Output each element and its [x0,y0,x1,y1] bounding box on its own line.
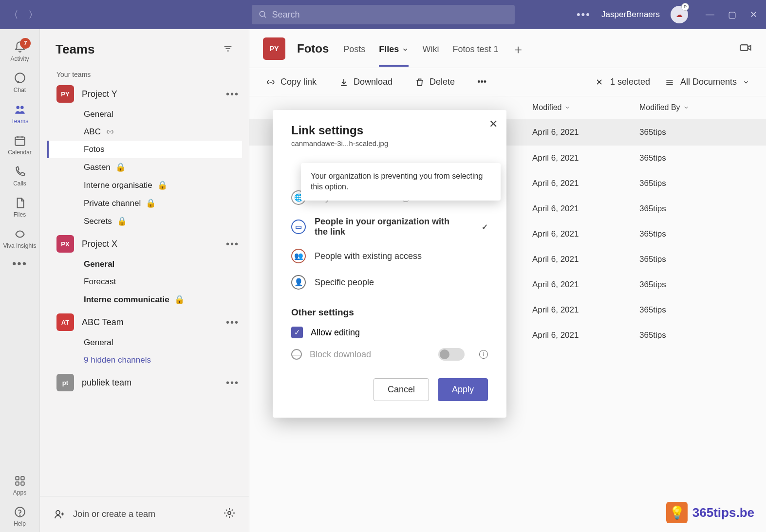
col-modified[interactable]: Modified [532,103,639,112]
tab-posts[interactable]: Posts [343,30,365,67]
other-settings-heading: Other settings [273,295,506,322]
clear-selection-button[interactable]: ✕ 1 selected [596,77,650,88]
team-name: Project X [82,239,218,249]
rail-more-button[interactable]: ••• [12,254,27,279]
copy-link-button[interactable]: Copy link [266,77,317,87]
channel-label: Interne organisatie [84,181,152,190]
channel-label: Forecast [84,277,116,287]
block-download-toggle [438,348,465,361]
channel-general[interactable]: General [47,106,242,123]
forward-button[interactable]: 〉 [28,8,38,21]
option-label: Specific people [315,277,374,288]
channel-gasten[interactable]: Gasten🔒 [47,158,242,176]
download-button[interactable]: Download [339,77,392,87]
cancel-button[interactable]: Cancel [374,378,429,401]
channel-general-at[interactable]: General [47,334,242,351]
col-modified-by[interactable]: Modified By [639,103,747,112]
option-specific-people[interactable]: 👤 Specific people [273,269,506,295]
file-modified-by: 365tips [639,280,747,290]
add-tab-button[interactable]: ＋ [512,30,524,67]
view-selector[interactable]: All Documents [665,77,749,87]
svg-point-4 [20,106,24,109]
minimize-button[interactable]: — [706,9,714,20]
team-more-button[interactable]: ••• [226,89,239,100]
team-abc[interactable]: AT ABC Team ••• [47,309,242,334]
hidden-channels-link[interactable]: 9 hidden channels [47,351,242,369]
sidebar-footer: Join or create a team [40,496,249,532]
rail-label: Help [14,520,26,527]
channel-fotos[interactable]: Fotos [47,141,242,158]
titlebar-more-button[interactable]: ••• [577,8,591,21]
info-icon[interactable]: i [479,350,488,359]
close-window-button[interactable]: ✕ [750,9,757,20]
tab-files[interactable]: Files [379,30,409,67]
channel-private[interactable]: Private channel🔒 [47,194,242,212]
activity-badge: 7 [20,38,31,49]
team-name: Project Y [82,89,218,99]
team-project-x[interactable]: PX Project X ••• [47,230,242,256]
avatar[interactable]: ☁ P [671,6,688,23]
rail-apps[interactable]: Apps [0,470,39,501]
svg-rect-11 [16,482,19,485]
team-tile: AT [56,313,74,331]
option-existing-access[interactable]: 👥 People with existing access [273,243,506,269]
channel-abc[interactable]: ABC [47,123,242,141]
channel-general-x[interactable]: General [47,256,242,273]
file-modified: April 6, 2021 [532,128,639,137]
team-name: ABC Team [82,317,218,328]
rail-help[interactable]: Help [0,501,39,532]
channel-secrets[interactable]: Secrets🔒 [47,212,242,230]
tab-label: Wiki [422,44,439,55]
toolbar-more-button[interactable]: ••• [477,77,486,87]
dialog-close-button[interactable]: ✕ [489,118,498,130]
team-more-button[interactable]: ••• [226,377,239,388]
btn-label: Delete [430,77,455,87]
gear-icon [224,507,235,519]
maximize-button[interactable]: ▢ [728,9,736,20]
rail-label: Activity [10,55,29,62]
settings-button[interactable] [224,507,235,521]
tooltip: Your organization is preventing you from… [301,163,501,201]
checkbox-checked-icon[interactable]: ✓ [291,327,303,338]
channel-forecast[interactable]: Forecast [47,273,242,291]
rail-viva[interactable]: Viva Insights [0,223,39,254]
filter-button[interactable] [223,43,233,56]
tab-wiki[interactable]: Wiki [422,30,439,67]
team-more-button[interactable]: ••• [226,238,239,250]
rail-calls[interactable]: Calls [0,161,39,192]
channel-interne-org[interactable]: Interne organisatie🔒 [47,176,242,194]
search-input[interactable]: Search [252,5,515,24]
sidebar-title: Teams [56,42,94,57]
col-label: Modified [532,103,561,112]
rail-calendar[interactable]: Calendar [0,129,39,161]
delete-button[interactable]: Delete [415,77,455,87]
rail-activity[interactable]: 7 Activity [0,36,39,67]
apply-button[interactable]: Apply [438,378,488,401]
tab-fotos-test[interactable]: Fotos test 1 [452,30,498,67]
btn-label: Copy link [280,77,317,87]
join-icon [54,509,65,520]
file-modified: April 6, 2021 [532,204,639,214]
teams-sidebar: Teams Your teams PY Project Y ••• Genera… [40,29,249,532]
file-modified: April 6, 2021 [532,255,639,264]
people-icon: 👥 [291,249,306,263]
lock-icon: 🔒 [157,180,168,190]
rail-teams[interactable]: Teams [0,98,39,129]
file-modified: April 6, 2021 [532,305,639,315]
rail-chat[interactable]: Chat [0,67,39,98]
chevron-down-icon [564,105,570,110]
team-more-button[interactable]: ••• [226,317,239,328]
team-publiek[interactable]: pt publiek team ••• [47,369,242,394]
tab-label: Fotos test 1 [452,44,498,55]
team-project-y[interactable]: PY Project Y ••• [47,80,242,106]
option-organization[interactable]: ▭ People in your organization with the l… [273,211,506,243]
allow-editing-row[interactable]: ✓ Allow editing [273,322,506,343]
channel-label: Fotos [84,145,105,154]
rail-files[interactable]: Files [0,192,39,223]
join-create-link[interactable]: Join or create a team [73,509,155,519]
rail-label: Calls [13,180,26,187]
file-modified-by: 365tips [639,179,747,188]
channel-interne-comm[interactable]: Interne communicatie🔒 [47,291,242,309]
back-button[interactable]: 〈 [9,8,19,21]
meet-button[interactable] [739,41,752,56]
